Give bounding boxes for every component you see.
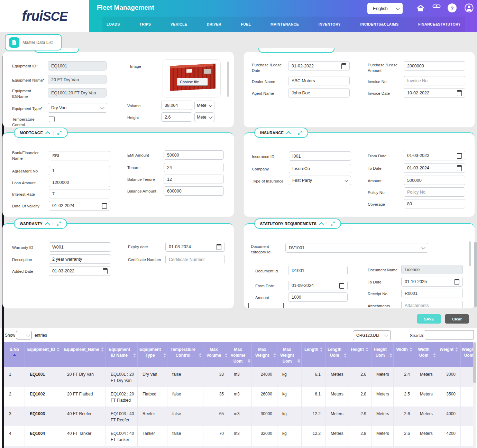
table-row[interactable]: 1EQ100120 FT Dry VanEQ1001 : 20 FT Dry V… [4, 367, 473, 387]
panel-scrollbar[interactable] [227, 62, 229, 97]
insurance-from-date-input[interactable]: 01-03-2022 [404, 151, 465, 160]
column-header-12[interactable]: Height [348, 342, 371, 367]
warranty-id-input[interactable] [49, 242, 111, 252]
agreement-no-input[interactable] [49, 166, 110, 175]
collapse-icon[interactable] [319, 222, 324, 227]
document-category-id-select[interactable]: DV1001 [285, 243, 428, 253]
insurance-amount-input[interactable] [404, 176, 465, 185]
search-input[interactable] [425, 330, 474, 339]
home-icon[interactable] [416, 4, 425, 13]
nav-loads[interactable]: LOADS [107, 22, 120, 26]
column-header-16[interactable]: Weight [437, 342, 461, 367]
type-of-insurance-select[interactable]: First Party [289, 176, 351, 185]
column-header-0[interactable]: S.No [4, 342, 25, 367]
table-row[interactable]: 4EQ100440 FT TankerEQ1004 : 40 FT Tanker… [4, 426, 473, 446]
choose-file-button[interactable]: Choose file [177, 78, 208, 86]
language-select[interactable]: English [367, 3, 403, 14]
column-header-15[interactable]: Width Uom [415, 342, 437, 367]
clipped-control[interactable] [248, 303, 284, 308]
equipment-id-input[interactable] [48, 61, 107, 71]
purchase-lease-date-input[interactable]: 01-02-2022 [288, 61, 350, 71]
insurance-section-header[interactable]: INSURANCE | [254, 128, 308, 138]
balance-tenure-input[interactable] [164, 175, 224, 184]
user-icon[interactable] [464, 3, 474, 13]
purchase-lease-amount-input[interactable] [404, 61, 465, 71]
page-scrollbar[interactable] [474, 242, 477, 307]
policy-no-input[interactable] [404, 187, 465, 197]
statutory-to-date-input[interactable]: 01-10-2025 [401, 277, 463, 287]
expiry-date-input[interactable]: 01-03-2024 [165, 242, 225, 252]
height-uom-select[interactable]: Mete [194, 112, 214, 122]
column-header-11[interactable]: Length Uom [326, 342, 348, 367]
expand-icon[interactable] [56, 221, 61, 226]
nav-vehicle[interactable]: VEHICLE [171, 22, 187, 26]
column-header-4[interactable]: Equipment Type [138, 342, 167, 367]
column-header-7[interactable]: Max Volume Uom [229, 342, 252, 367]
clear-button[interactable]: Clear [445, 314, 469, 324]
height-input[interactable] [161, 112, 192, 122]
nav-maintenance[interactable]: MAINTENANCE [270, 22, 299, 26]
certificate-number-input[interactable] [165, 255, 225, 264]
mortgage-section-header[interactable]: MORTGAGE | [14, 128, 68, 138]
invoice-date-input[interactable]: 10-02-2022 [404, 88, 465, 98]
collapse-icon[interactable] [45, 222, 50, 227]
column-header-1[interactable]: Equipment_ID [25, 342, 62, 367]
volume-uom-select[interactable]: Mete [194, 101, 214, 110]
table-row[interactable]: 3EQ100340 FT ReeferEQ1003 : 40 FT Reefer… [4, 407, 473, 426]
panel-scrollbar[interactable] [469, 241, 471, 266]
invoice-no-input[interactable] [404, 76, 465, 85]
column-header-3[interactable]: Equipment ID Name [106, 342, 138, 367]
dealer-name-input[interactable] [288, 76, 350, 85]
nav-finance-statutory[interactable]: FINANCE&STATUTORY [418, 22, 461, 26]
master-data-list-tab[interactable]: Master Data List [5, 34, 62, 50]
warranty-section-header[interactable]: WARRANTY | [14, 218, 67, 229]
column-header-10[interactable]: Length [302, 342, 326, 367]
expand-icon[interactable] [57, 130, 62, 135]
equipment-type-select[interactable]: Dry Van [48, 103, 107, 113]
nav-fuel[interactable]: FUEL [241, 22, 251, 26]
help-icon[interactable]: ? [448, 3, 457, 12]
statutory-amount-input[interactable] [288, 292, 348, 302]
column-header-8[interactable]: Max Weight [252, 342, 277, 367]
expand-icon[interactable] [330, 221, 335, 226]
column-header-5[interactable]: Temperature Control [167, 342, 203, 367]
org-select[interactable]: ORG123:DLI [353, 330, 391, 340]
attachments-input[interactable] [401, 301, 463, 308]
column-header-17[interactable]: Weight Uom [461, 342, 473, 367]
nav-trips[interactable]: TRIPS [139, 22, 151, 26]
column-header-2[interactable]: Equipment_Name [62, 342, 106, 367]
equipment-id-name-input[interactable] [48, 88, 107, 97]
link-icon[interactable] [432, 2, 441, 10]
nav-incidents-claims[interactable]: INCIDENTS&CLAIMS [360, 22, 399, 26]
collapse-icon[interactable] [286, 131, 291, 136]
save-button[interactable]: SAVE [417, 314, 441, 324]
added-date-input[interactable]: 01-03-2022 [49, 266, 111, 276]
statutory-from-date-input[interactable]: 01-09-2024 [288, 281, 348, 290]
date-of-validity-input[interactable]: 01-02-2024 [49, 201, 110, 211]
expand-icon[interactable] [297, 130, 302, 135]
equipment-name-input[interactable] [48, 75, 107, 84]
column-header-14[interactable]: Width [394, 342, 415, 367]
volume-input[interactable] [161, 101, 192, 110]
column-header-9[interactable]: Max Weight Uom [277, 342, 302, 367]
insurance-id-input[interactable] [289, 151, 351, 161]
insurance-to-date-input[interactable]: 01-03-2024 [404, 163, 465, 173]
tenure-input[interactable] [164, 163, 224, 172]
loan-amount-input[interactable] [49, 178, 110, 187]
company-input[interactable] [289, 164, 351, 173]
balance-amount-input[interactable] [164, 186, 224, 196]
nav-inventory[interactable]: INVENTORY [319, 22, 341, 26]
document-id-input[interactable] [288, 266, 348, 275]
statutory-section-header[interactable]: STATUTORY REQUIREMENTS | [254, 218, 341, 229]
description-input[interactable] [49, 254, 111, 264]
bank-financier-name-input[interactable] [49, 151, 110, 160]
nav-driver[interactable]: DRIVER [207, 22, 221, 26]
agent-name-input[interactable] [288, 88, 350, 97]
collapse-icon[interactable] [45, 131, 50, 136]
coverage-input[interactable] [404, 199, 465, 208]
interest-rate-input[interactable] [49, 189, 110, 198]
table-row[interactable]: 2EQ100220 FT FlatbedEQ1002 : 20 FT Flatb… [4, 387, 473, 407]
receipt-no-input[interactable] [401, 289, 463, 298]
emi-amount-input[interactable] [164, 150, 224, 160]
column-header-13[interactable]: Height Uom [371, 342, 394, 367]
